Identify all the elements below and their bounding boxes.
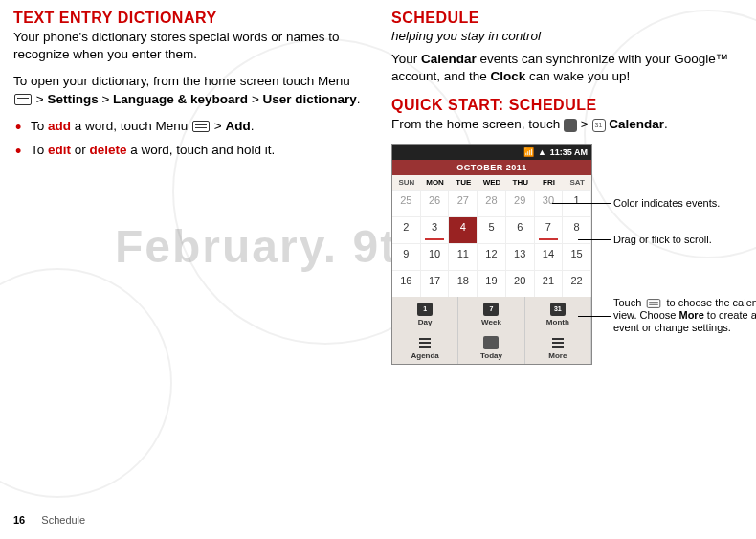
schedule-subtitle: helping you stay in control xyxy=(391,29,743,43)
phone-mock: 📶 ▲ 11:35 AM OCTOBER 2011 SUN MON TUE WE… xyxy=(391,144,592,365)
week-icon: 7 xyxy=(483,303,499,316)
toolbar-agenda-label: Agenda xyxy=(411,351,438,360)
calendar-month-label: OCTOBER 2011 xyxy=(392,160,591,175)
weekday-mon: MON xyxy=(421,175,450,190)
cal-day[interactable]: 21 xyxy=(535,270,564,297)
home-icon xyxy=(564,119,577,132)
path-lang: Language & keyboard xyxy=(113,92,248,106)
toolbar-month-label: Month xyxy=(546,318,569,326)
more-icon xyxy=(550,336,566,349)
toolbar-week[interactable]: 7 Week xyxy=(458,297,524,330)
weekday-thu: THU xyxy=(506,175,535,190)
callout-more: Touch to choose the calendar view. Choos… xyxy=(613,297,756,335)
cal-day[interactable]: 27 xyxy=(449,190,478,216)
weekday-sun: SUN xyxy=(392,175,421,190)
cal-day[interactable]: 20 xyxy=(506,270,535,297)
add-target: Add xyxy=(226,119,251,133)
status-time: 11:35 AM xyxy=(550,147,588,157)
cal-day[interactable]: 29 xyxy=(506,190,535,216)
dictionary-bullets: To add a word, touch Menu > Add. To edit… xyxy=(13,118,365,160)
callout-more-pre: Touch xyxy=(613,297,644,308)
page-content: TEXT ENTRY DICTIONARY Your phone's dicti… xyxy=(0,0,756,539)
cal-day[interactable]: 26 xyxy=(421,190,450,216)
sync-clock: Clock xyxy=(491,69,526,83)
phone-area: 📶 ▲ 11:35 AM OCTOBER 2011 SUN MON TUE WE… xyxy=(391,144,743,365)
toolbar-day-label: Day xyxy=(418,318,433,326)
path-pre: To open your dictionary, from the home s… xyxy=(13,74,350,88)
from-dot: . xyxy=(664,117,668,131)
signal-icon: ▲ xyxy=(538,147,546,157)
cal-day[interactable]: 5 xyxy=(478,216,506,243)
cal-day[interactable]: 7 xyxy=(535,216,564,243)
cal-day-today[interactable]: 4 xyxy=(449,216,478,243)
toolbar-month[interactable]: 31 Month xyxy=(525,297,591,330)
sync-calendar: Calendar xyxy=(421,52,477,66)
toolbar-today-label: Today xyxy=(480,351,502,360)
cal-day[interactable]: 10 xyxy=(421,243,450,270)
cal-day[interactable]: 16 xyxy=(392,270,421,297)
delete-word: delete xyxy=(90,143,127,157)
from-pre: From the home screen, touch xyxy=(391,117,564,131)
toolbar-more[interactable]: More xyxy=(525,330,591,364)
calendar-toolbar: 1 Day 7 Week 31 Month Agenda xyxy=(392,297,591,364)
cal-day[interactable]: 11 xyxy=(449,243,478,270)
toolbar-day[interactable]: 1 Day xyxy=(392,297,458,330)
cal-day[interactable]: 15 xyxy=(563,243,591,270)
cal-day[interactable]: 14 xyxy=(535,243,564,270)
cal-day[interactable]: 3 xyxy=(421,216,450,243)
cal-day[interactable]: 22 xyxy=(563,270,591,297)
cal-day[interactable]: 17 xyxy=(421,270,450,297)
cal-day[interactable]: 13 xyxy=(506,243,535,270)
callout-more-bold: More xyxy=(678,309,703,321)
schedule-sync: Your Calendar events can synchronize wit… xyxy=(391,51,743,85)
weekday-sat: SAT xyxy=(563,175,591,190)
toolbar-agenda[interactable]: Agenda xyxy=(392,330,458,364)
menu-icon xyxy=(192,121,210,132)
edit-word: edit xyxy=(48,143,71,157)
add-dot: . xyxy=(251,119,255,133)
add-word: add xyxy=(48,119,71,133)
sync-post: can wake you up! xyxy=(525,69,630,83)
callout-drag: Drag or flick to scroll. xyxy=(613,234,756,246)
toolbar-today[interactable]: Today xyxy=(458,330,524,364)
path-sep3: > xyxy=(252,92,263,106)
toolbar-more-label: More xyxy=(548,351,567,360)
path-sep1: > xyxy=(36,92,48,106)
sync-pre: Your xyxy=(391,52,421,66)
edit-post: a word, touch and hold it. xyxy=(127,143,276,157)
bullet-add: To add a word, touch Menu > Add. xyxy=(13,118,365,136)
callout-line xyxy=(578,316,611,317)
cal-day[interactable]: 9 xyxy=(392,243,421,270)
cal-day[interactable]: 12 xyxy=(478,243,506,270)
cal-day[interactable]: 2 xyxy=(392,216,421,243)
right-column: SCHEDULE helping you stay in control You… xyxy=(378,10,756,539)
calendar-icon: 31 xyxy=(592,119,606,132)
cal-day[interactable]: 6 xyxy=(506,216,535,243)
cal-day[interactable]: 25 xyxy=(392,190,421,216)
path-sep2: > xyxy=(101,92,113,106)
edit-pre: To xyxy=(31,143,48,157)
callout-line xyxy=(552,203,611,204)
status-bar: 📶 ▲ 11:35 AM xyxy=(392,145,591,160)
cal-day[interactable]: 28 xyxy=(478,190,506,216)
cal-day[interactable]: 18 xyxy=(449,270,478,297)
quickstart-path: From the home screen, touch > 31 Calenda… xyxy=(391,116,743,133)
text-entry-heading: TEXT ENTRY DICTIONARY xyxy=(13,10,365,27)
agenda-icon xyxy=(417,336,433,349)
calendar-grid[interactable]: 25 26 27 28 29 30 1 2 3 4 5 6 7 8 9 10 xyxy=(392,190,591,297)
dictionary-intro: Your phone's dictionary stores special w… xyxy=(13,29,365,63)
path-dot: . xyxy=(357,92,361,106)
add-mid: a word, touch Menu xyxy=(71,119,191,133)
add-pre: To xyxy=(31,119,48,133)
left-column: TEXT ENTRY DICTIONARY Your phone's dicti… xyxy=(0,10,378,539)
weekday-fri: FRI xyxy=(535,175,564,190)
weekday-wed: WED xyxy=(478,175,506,190)
or-text: or xyxy=(71,143,90,157)
month-icon: 31 xyxy=(550,303,566,316)
callout-line xyxy=(578,239,611,240)
weekday-row: SUN MON TUE WED THU FRI SAT xyxy=(392,175,591,190)
weekday-tue: TUE xyxy=(449,175,478,190)
add-sep: > xyxy=(211,119,225,133)
from-sep: > xyxy=(581,117,592,131)
cal-day[interactable]: 19 xyxy=(478,270,506,297)
